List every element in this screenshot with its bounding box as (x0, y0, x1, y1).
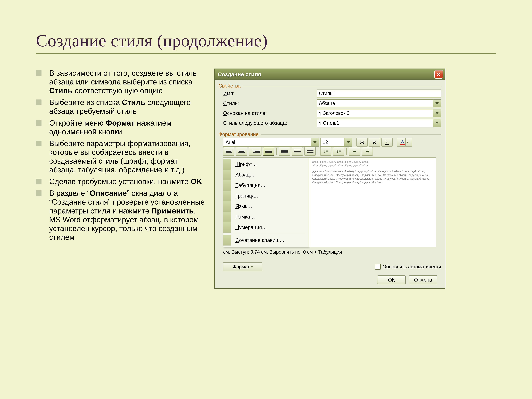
bullet-item: Выберите параметры форматирования, котор… (36, 139, 205, 174)
pilcrow-icon: ¶ (319, 121, 322, 126)
preview-text-prev: абзац Предыдущий абзац Предыдущий абзац … (312, 160, 432, 167)
row-style: Стиль: Абзаца (218, 99, 441, 107)
combo-based-value: Заголовок 2 (323, 110, 349, 116)
label-name: Имя: (223, 91, 315, 96)
combo-next-value: Стиль1 (323, 120, 339, 126)
group-format-label: Форматирование (218, 132, 441, 137)
slide-title: Создание стиля (продолжение) (36, 31, 496, 51)
space-before-dec-button[interactable]: ↕≡ (333, 147, 344, 156)
combo-size-value: 12 (323, 139, 328, 145)
row-based: Основан на стиле: ¶ Заголовок 2 (218, 109, 441, 117)
chevron-down-icon[interactable] (405, 138, 409, 146)
bullet-column: В зависимости от того, создаете вы стиль… (36, 69, 205, 244)
menu-number[interactable]: Нумерация… (223, 222, 309, 233)
dialog-bottom-row: Формат Обновлять автоматически (218, 262, 441, 271)
align-justify-button[interactable] (263, 147, 274, 156)
increase-indent-button[interactable]: ⇥ (362, 147, 373, 156)
autoupdate-label: Обновлять автоматически (382, 264, 441, 270)
decrease-indent-button[interactable]: ⇤ (349, 147, 360, 156)
line-spacing-1_5-button[interactable] (292, 147, 303, 156)
preview-text-next: дующий абзац Следующий абзац Следующий а… (312, 170, 432, 184)
chevron-down-icon[interactable] (433, 109, 441, 117)
menu-para[interactable]: Абзац… (223, 170, 309, 180)
align-right-button[interactable] (249, 147, 261, 156)
bullet-item: Откройте меню Формат нажатием одноименно… (36, 119, 205, 136)
style-preview: абзац Предыдущий абзац Предыдущий абзац … (309, 158, 436, 247)
input-name[interactable]: Стиль1 (317, 89, 441, 97)
bold-button[interactable]: Ж (356, 138, 367, 146)
dialog-buttons: ОК Отмена (377, 275, 437, 284)
row-name: Имя: Стиль1 (218, 89, 441, 97)
menu-frame[interactable]: Рамка… (223, 212, 309, 222)
italic-button[interactable]: К (369, 138, 380, 146)
font-color-glyph: A (401, 139, 404, 144)
menu-lang[interactable]: Язык… (223, 201, 309, 212)
dialog-titlebar[interactable]: Создание стиля ✕ (215, 69, 445, 80)
dialog-column: Создание стиля ✕ Свойства Имя: Стиль1 Ст… (214, 69, 444, 289)
row-next: Стиль следующего абзаца: ¶ Стиль1 (218, 119, 441, 127)
menu-keys[interactable]: Сочетание клавиш… (223, 235, 309, 246)
align-left-button[interactable] (223, 147, 234, 156)
dialog-body: Свойства Имя: Стиль1 Стиль: Абзаца (215, 80, 445, 288)
pilcrow-icon: ¶ (319, 111, 322, 116)
group-props-label: Свойства (218, 83, 441, 89)
bullet-item: Сделав требуемые установки, нажмите OK (36, 177, 205, 186)
format-button[interactable]: Формат (223, 262, 262, 271)
combo-style[interactable]: Абзаца (317, 99, 441, 107)
font-color-swatch (400, 144, 405, 145)
dialog-title: Создание стиля (218, 71, 261, 77)
ok-button[interactable]: ОК (377, 275, 406, 284)
label-based: Основан на стиле: (223, 110, 315, 116)
format-dropdown-menu: Шрифт… Абзац… Табуляция… Граница… Язык… … (223, 158, 309, 247)
combo-font[interactable]: Arial (223, 138, 319, 146)
slide: Создание стиля (продолжение) В зависимос… (0, 0, 532, 399)
menu-font[interactable]: Шрифт… (223, 159, 309, 170)
combo-based[interactable]: ¶ Заголовок 2 (317, 109, 441, 117)
bullet-item: Выберите из списка Стиль следующего абза… (36, 98, 205, 115)
style-description: см, Выступ: 0,74 см, Выровнять по: 0 см … (223, 249, 436, 255)
toolbar-separator (318, 148, 318, 155)
combo-next[interactable]: ¶ Стиль1 (317, 119, 441, 127)
menu-tabs[interactable]: Табуляция… (223, 180, 309, 190)
space-before-inc-button[interactable]: ↕≡ (320, 147, 331, 156)
combo-font-value: Arial (226, 139, 235, 145)
combo-size[interactable]: 12 (320, 138, 352, 146)
menu-border[interactable]: Граница… (223, 190, 309, 201)
autoupdate-row[interactable]: Обновлять автоматически (375, 264, 441, 270)
chevron-down-icon[interactable] (344, 138, 352, 146)
cancel-button[interactable]: Отмена (409, 275, 437, 284)
toolbar-separator (276, 148, 277, 155)
bullet-list: В зависимости от того, создаете вы стиль… (36, 69, 205, 241)
line-spacing-2-button[interactable] (304, 147, 316, 156)
format-toolbar-1: Arial 12 Ж К Ч (218, 138, 441, 146)
combo-style-value: Абзаца (319, 101, 335, 106)
chevron-down-icon[interactable] (433, 119, 441, 127)
content-columns: В зависимости от того, создаете вы стиль… (36, 69, 496, 289)
bullet-item: В разделе “Описание” окна диалога “Созда… (36, 189, 205, 241)
toolbar-separator (346, 148, 347, 155)
line-spacing-1-button[interactable] (279, 147, 290, 156)
close-icon[interactable]: ✕ (434, 70, 443, 79)
checkbox-icon[interactable] (375, 264, 381, 270)
label-next: Стиль следующего абзаца: (223, 120, 315, 126)
create-style-dialog: Создание стиля ✕ Свойства Имя: Стиль1 Ст… (214, 69, 445, 289)
group-formatting: Форматирование Arial 12 Ж (218, 132, 441, 255)
chevron-down-icon[interactable] (311, 138, 319, 146)
menu-separator (233, 234, 306, 234)
bullet-item: В зависимости от того, создаете вы стиль… (36, 69, 205, 95)
align-center-button[interactable] (236, 147, 247, 156)
menu-preview-area: Шрифт… Абзац… Табуляция… Граница… Язык… … (223, 158, 436, 247)
group-properties: Свойства Имя: Стиль1 Стиль: Абзаца (218, 83, 441, 129)
label-style: Стиль: (223, 101, 315, 106)
chevron-down-icon[interactable] (433, 100, 441, 107)
title-rule (36, 53, 496, 54)
format-toolbar-2: ↕≡ ↕≡ ⇤ ⇥ (218, 147, 441, 156)
underline-button[interactable]: Ч (381, 138, 393, 146)
font-color-button[interactable]: A (397, 138, 412, 146)
